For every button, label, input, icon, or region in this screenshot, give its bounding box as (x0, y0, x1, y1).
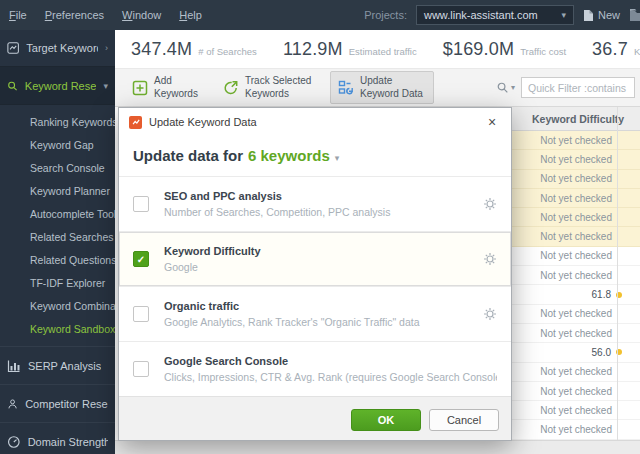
stat-label: Keyword difficulty (634, 46, 640, 57)
table-row[interactable]: 61.8 (512, 285, 640, 304)
rank-tracker-app-icon (129, 116, 142, 129)
menu-help[interactable]: Help (170, 9, 211, 21)
chevron-down-icon: ▾ (103, 81, 108, 91)
table-row[interactable]: Not yet checked (512, 382, 640, 401)
button-label: Track Selected Keywords (245, 75, 317, 100)
update-keyword-data-button[interactable]: Update Keyword Data (330, 71, 434, 104)
stat-label: # of Searches (198, 46, 257, 57)
search-icon (496, 81, 509, 94)
option-organic-traffic[interactable]: Organic traffic Google Analytics, Rank T… (119, 286, 511, 341)
sidebar-item-keyword-sandbox[interactable]: Keyword Sandbox (0, 318, 115, 341)
search-icon (7, 79, 18, 93)
gear-icon[interactable] (483, 307, 497, 321)
checkbox-checked[interactable]: ✓ (133, 251, 149, 267)
sidebar-item-label: Keyword Research (25, 80, 97, 92)
sidebar-item-related-searches[interactable]: Related Searches (0, 226, 115, 249)
option-title: Keyword Difficulty (164, 245, 473, 257)
status-footer (115, 440, 640, 454)
option-title: SEO and PPC analysis (164, 190, 473, 202)
project-name: www.link-assistant.com (424, 9, 538, 21)
stat-value: $169.0M (443, 39, 514, 60)
sidebar-item-serp-analysis[interactable]: SERP Analysis (0, 346, 115, 384)
add-icon (132, 80, 148, 96)
close-icon[interactable]: × (483, 113, 501, 131)
sidebar-item-domain-strength[interactable]: Domain Strength (0, 422, 115, 454)
option-subtitle: Google (164, 261, 473, 273)
project-select[interactable]: www.link-assistant.com ▾ (416, 5, 574, 25)
sidebar-item-competitor-research[interactable]: Competitor Research (0, 384, 115, 422)
ok-button[interactable]: OK (351, 409, 421, 431)
new-project-button[interactable]: New (583, 9, 620, 22)
table-row[interactable]: Not yet checked (512, 131, 640, 150)
option-title: Organic traffic (164, 300, 473, 312)
difficulty-value: 56.0 (592, 347, 611, 358)
gear-icon[interactable] (483, 252, 497, 266)
option-seo-ppc-analysis[interactable]: SEO and PPC analysis Number of Searches,… (119, 176, 511, 231)
option-google-search-console[interactable]: Google Search Console Clicks, Impression… (119, 341, 511, 396)
sidebar-item-search-console[interactable]: Search Console (0, 157, 115, 180)
column-divider (617, 107, 618, 440)
sidebar-item-tfidf-explorer[interactable]: TF-IDF Explorer (0, 272, 115, 295)
option-keyword-difficulty[interactable]: ✓ Keyword Difficulty Google (119, 231, 511, 286)
checkbox-unchecked[interactable] (133, 361, 149, 377)
menu-bar: File Preferences Window Help Projects: w… (0, 0, 640, 30)
gear-icon[interactable] (483, 197, 497, 211)
update-keyword-data-dialog: Update Keyword Data × Update data for 6 … (118, 107, 512, 441)
sidebar-item-related-questions[interactable]: Related Questions (0, 249, 115, 272)
chevron-down-icon: ▾ (335, 153, 340, 163)
checkbox-unchecked[interactable] (133, 196, 149, 212)
stat-traffic-cost: $169.0M Traffic cost (443, 39, 566, 60)
sidebar-item-target-keywords[interactable]: Target Keywords › (0, 30, 115, 67)
keyword-count-dropdown[interactable]: 6 keywords (248, 147, 330, 164)
chevron-right-icon: › (105, 43, 108, 53)
button-label: Add Keywords (154, 75, 202, 100)
sidebar-item-keyword-planner[interactable]: Keyword Planner (0, 180, 115, 203)
new-label: New (598, 9, 620, 21)
menu-window[interactable]: Window (113, 9, 170, 21)
stat-label: Traffic cost (520, 46, 566, 57)
table-row[interactable]: Not yet checked (512, 266, 640, 285)
menu-file[interactable]: File (0, 9, 36, 21)
sidebar-item-label: SERP Analysis (28, 360, 101, 372)
sidebar-item-keyword-gap[interactable]: Keyword Gap (0, 134, 115, 157)
table-row[interactable]: Not yet checked (512, 208, 640, 227)
chevron-down-icon: ▾ (561, 10, 566, 20)
sidebar-item-ranking-keywords[interactable]: Ranking Keywords (0, 111, 115, 134)
table-row[interactable]: Not yet checked (512, 401, 640, 420)
projects-label: Projects: (364, 9, 407, 21)
open-project-icon[interactable] (629, 8, 640, 22)
checkbox-unchecked[interactable] (133, 306, 149, 322)
stats-bar: 347.4M # of Searches 112.9M Estimated tr… (115, 30, 640, 68)
track-selected-keywords-button[interactable]: Track Selected Keywords (215, 71, 325, 104)
sidebar-item-keyword-research[interactable]: Keyword Research ▾ (0, 67, 115, 105)
cancel-button[interactable]: Cancel (429, 409, 499, 431)
table-row[interactable]: 56.0 (512, 343, 640, 362)
table-row[interactable]: Not yet checked (512, 150, 640, 169)
add-keywords-button[interactable]: Add Keywords (124, 71, 210, 104)
table-row[interactable]: Not yet checked (512, 324, 640, 343)
option-subtitle: Clicks, Impressions, CTR & Avg. Rank (re… (164, 371, 497, 383)
chevron-down-icon: ▾ (511, 83, 515, 92)
table-row[interactable]: Not yet checked (512, 363, 640, 382)
table-row[interactable]: Not yet checked (512, 227, 640, 246)
sidebar-item-autocomplete-tools[interactable]: Autocomplete Tools (0, 203, 115, 226)
table-row[interactable]: Not yet checked (512, 305, 640, 324)
column-header-keyword-difficulty[interactable]: Keyword Difficulty (512, 107, 640, 131)
sidebar-item-keyword-combinations[interactable]: Keyword Combinations (0, 295, 115, 318)
table-row[interactable]: Not yet checked (512, 247, 640, 266)
keyword-table: Keyword Difficulty Not yet checked Not y… (512, 107, 640, 440)
bar-chart-icon (7, 359, 21, 373)
new-document-icon (583, 9, 594, 22)
quick-filter-input[interactable] (521, 77, 635, 98)
stat-label: Estimated traffic (349, 46, 417, 57)
menu-preferences[interactable]: Preferences (36, 9, 113, 21)
sidebar: Target Keywords › Keyword Research ▾ Ran… (0, 30, 115, 454)
stat-value: 347.4M (131, 39, 192, 60)
table-row[interactable]: Not yet checked (512, 170, 640, 189)
filter-search-button[interactable]: ▾ (496, 81, 515, 94)
target-keywords-icon (7, 41, 19, 55)
table-row[interactable]: Not yet checked (512, 420, 640, 439)
table-row[interactable]: Not yet checked (512, 189, 640, 208)
dialog-titlebar: Update Keyword Data × (119, 108, 511, 136)
person-icon (7, 397, 18, 411)
